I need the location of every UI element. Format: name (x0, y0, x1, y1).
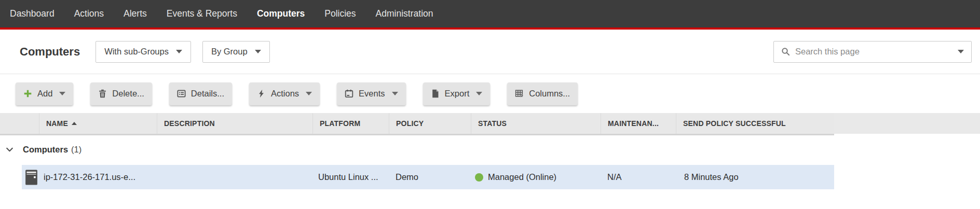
send-policy-value: 8 Minutes Ago (684, 172, 739, 182)
caret-down-icon (306, 92, 312, 95)
nav-tab-administration[interactable]: Administration (366, 8, 443, 19)
status-value: Managed (Online) (488, 172, 556, 182)
chevron-down-icon (176, 50, 182, 53)
column-header-description-label: DESCRIPTION (164, 119, 215, 128)
maintenance-value: N/A (607, 172, 622, 182)
export-button-label: Export (445, 89, 470, 99)
plus-icon (23, 89, 32, 98)
view-mode-value: By Group (211, 47, 248, 57)
group-row-computers[interactable]: Computers (1) (0, 135, 980, 164)
caret-down-icon (392, 92, 398, 95)
cell-name[interactable]: ip-172-31-26-171.us-e... (22, 165, 157, 189)
search-input[interactable] (795, 47, 952, 57)
group-count: (1) (71, 145, 81, 155)
nav-tab-computers[interactable]: Computers (247, 8, 315, 19)
view-mode-dropdown[interactable]: By Group (202, 41, 270, 63)
computer-name: ip-172-31-26-171.us-e... (44, 172, 135, 182)
add-button[interactable]: Add (16, 82, 73, 105)
delete-button-label: Delete... (112, 89, 144, 99)
details-button-label: Details... (191, 89, 224, 99)
group-filter-value: With sub-Groups (104, 47, 169, 57)
policy-value: Demo (396, 172, 418, 182)
nav-tab-alerts[interactable]: Alerts (114, 8, 157, 19)
trash-icon (98, 89, 107, 98)
column-header-platform[interactable]: PLATFORM (313, 113, 389, 134)
column-header-name[interactable]: NAME (39, 113, 157, 134)
cell-maintenance: N/A (601, 165, 676, 189)
column-header-send-policy[interactable]: SEND POLICY SUCCESSFUL (676, 113, 834, 134)
events-button-label: Events (359, 89, 385, 99)
column-header-name-label: NAME (46, 119, 68, 128)
column-header-status-label: STATUS (478, 119, 507, 128)
column-header-maintenance[interactable]: MAINTENAN... (601, 113, 676, 134)
delete-button[interactable]: Delete... (90, 82, 152, 105)
lightning-icon (257, 89, 266, 98)
column-header-description[interactable]: DESCRIPTION (157, 113, 313, 134)
table-row[interactable]: ip-172-31-26-171.us-e... Ubuntu Linux ..… (22, 165, 834, 189)
cell-description (157, 165, 313, 189)
details-icon (177, 89, 186, 98)
column-header-select[interactable] (0, 113, 39, 134)
columns-button[interactable]: Columns... (507, 82, 578, 105)
caret-down-icon (59, 92, 65, 95)
cell-send-policy: 8 Minutes Ago (676, 165, 834, 189)
export-icon (431, 89, 440, 98)
column-header-send-policy-label: SEND POLICY SUCCESSFUL (683, 119, 786, 128)
nav-tab-events-reports[interactable]: Events & Reports (157, 8, 247, 19)
nav-tab-policies[interactable]: Policies (315, 8, 365, 19)
platform-value: Ubuntu Linux ... (318, 172, 378, 182)
add-button-label: Add (37, 89, 52, 99)
cell-status: Managed (Online) (471, 165, 601, 189)
search-options-caret-icon[interactable] (958, 50, 964, 53)
table-header-main: NAME DESCRIPTION PLATFORM POLICY STATUS … (0, 113, 834, 135)
sort-ascending-icon (72, 122, 77, 125)
caret-down-icon (476, 92, 482, 95)
group-label: Computers (23, 145, 68, 155)
actions-button[interactable]: Actions (249, 82, 320, 105)
page-title: Computers (20, 45, 80, 59)
columns-icon (515, 89, 524, 98)
columns-button-label: Columns... (529, 89, 570, 99)
page-header: Computers With sub-Groups By Group (0, 30, 980, 74)
group-filter-dropdown[interactable]: With sub-Groups (96, 41, 191, 63)
details-button[interactable]: Details... (169, 82, 232, 105)
status-online-dot-icon (475, 173, 483, 182)
search-icon (781, 47, 790, 56)
column-header-maintenance-label: MAINTENAN... (608, 119, 659, 128)
search-box[interactable] (773, 41, 972, 63)
column-header-policy[interactable]: POLICY (389, 113, 471, 134)
cell-policy: Demo (389, 165, 471, 189)
column-header-status[interactable]: STATUS (471, 113, 601, 134)
export-button[interactable]: Export (423, 82, 491, 105)
cell-platform: Ubuntu Linux ... (313, 165, 389, 189)
column-header-policy-label: POLICY (396, 119, 424, 128)
chevron-down-icon (255, 50, 261, 53)
column-header-platform-label: PLATFORM (320, 119, 360, 128)
chevron-down-icon[interactable] (5, 145, 14, 154)
calendar-icon (345, 89, 353, 98)
table-header: NAME DESCRIPTION PLATFORM POLICY STATUS … (0, 113, 980, 135)
computer-icon (25, 170, 38, 185)
table-header-filler (834, 113, 980, 134)
actions-button-label: Actions (271, 89, 299, 99)
top-nav: Dashboard Actions Alerts Events & Report… (0, 0, 980, 27)
nav-tab-dashboard[interactable]: Dashboard (0, 8, 64, 19)
toolbar: Add Delete... Details... Actions (0, 74, 980, 113)
events-button[interactable]: Events (337, 82, 405, 105)
nav-tab-actions[interactable]: Actions (64, 8, 114, 19)
